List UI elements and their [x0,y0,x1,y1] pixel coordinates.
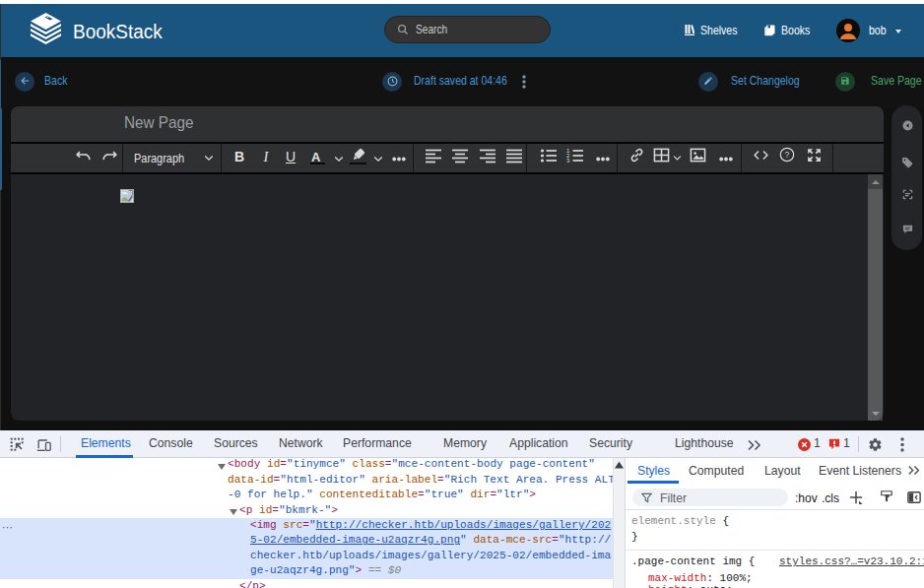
svg-text:3: 3 [566,158,570,163]
svg-text:?: ? [785,150,790,160]
